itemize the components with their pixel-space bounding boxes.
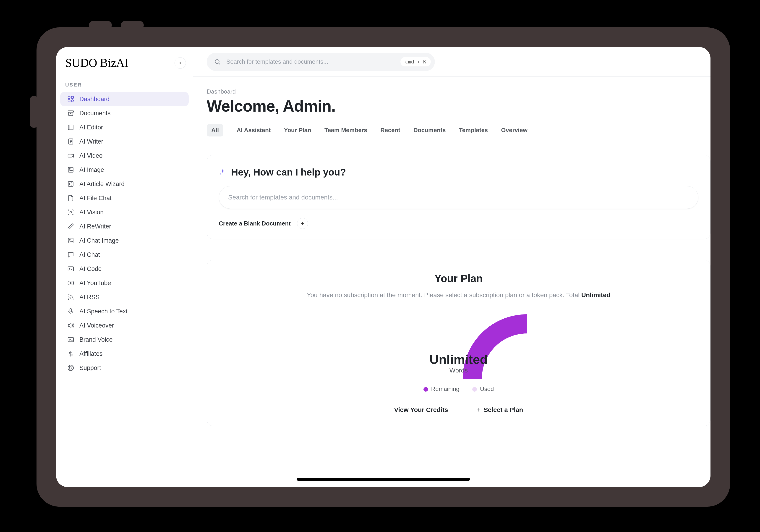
tab-overview[interactable]: Overview — [501, 124, 528, 136]
file-icon — [67, 194, 74, 202]
sidebar-item-label: AI RSS — [79, 294, 100, 301]
sidebar-item-ai-video[interactable]: AI Video — [60, 149, 189, 163]
rss-icon — [67, 294, 74, 301]
sidebar-item-ai-writer[interactable]: AI Writer — [60, 134, 189, 149]
sidebar-item-ai-chat[interactable]: AI Chat — [60, 248, 189, 262]
sidebar-item-label: Dashboard — [79, 96, 110, 103]
sidebar-item-ai-speech-to-text[interactable]: AI Speech to Text — [60, 304, 189, 318]
dollar-icon — [67, 350, 74, 358]
plan-subtext: You have no subscription at the moment. … — [225, 291, 692, 299]
sidebar-item-label: AI Speech to Text — [79, 308, 127, 315]
image-icon — [67, 237, 74, 244]
svg-rect-26 — [68, 281, 73, 285]
sidebar-item-ai-article-wizard[interactable]: AI Article Wizard — [60, 177, 189, 191]
legend-dot-remaining — [423, 387, 428, 392]
legend-dot-used — [472, 387, 477, 392]
tab-ai-assistant[interactable]: AI Assistant — [237, 124, 270, 136]
article-icon — [67, 180, 74, 188]
sidebar-item-ai-file-chat[interactable]: AI File Chat — [60, 191, 189, 205]
dashboard-icon — [67, 95, 74, 103]
sidebar-item-label: AI YouTube — [79, 280, 111, 287]
sidebar-item-ai-chat-image[interactable]: AI Chat Image — [60, 233, 189, 248]
collapse-sidebar-button[interactable] — [174, 57, 186, 69]
layout-icon — [67, 124, 74, 131]
scan-icon — [67, 209, 74, 216]
view-credits-link[interactable]: View Your Credits — [394, 406, 448, 413]
sidebar-item-label: Brand Voice — [79, 336, 113, 343]
sidebar-item-ai-voiceover[interactable]: AI Voiceover — [60, 318, 189, 332]
tab-your-plan[interactable]: Your Plan — [284, 124, 311, 136]
create-blank-button[interactable] — [297, 218, 308, 229]
sidebar-item-ai-rewriter[interactable]: AI ReWriter — [60, 219, 189, 233]
sidebar-item-ai-rss[interactable]: AI RSS — [60, 290, 189, 304]
gauge-unit: Words — [390, 367, 527, 374]
svg-point-28 — [68, 299, 69, 300]
sidebar-item-ai-vision[interactable]: AI Vision — [60, 205, 189, 219]
tab-all[interactable]: All — [207, 124, 223, 136]
device-button — [89, 21, 112, 29]
svg-rect-14 — [68, 167, 73, 172]
sidebar-item-label: AI Chat Image — [79, 237, 119, 244]
tab-documents[interactable]: Documents — [413, 124, 446, 136]
sidebar-item-label: AI Writer — [79, 138, 103, 145]
svg-line-43 — [219, 63, 220, 64]
tab-templates[interactable]: Templates — [459, 124, 488, 136]
plan-title: Your Plan — [225, 272, 692, 285]
assistant-heading: Hey, How can I help you? — [231, 167, 346, 178]
svg-rect-22 — [68, 238, 73, 243]
tab-team-members[interactable]: Team Members — [324, 124, 367, 136]
sidebar-item-label: AI Voiceover — [79, 322, 114, 329]
brand-logo: SUDO BizAI — [65, 56, 128, 70]
sidebar-item-label: Support — [79, 364, 101, 371]
plus-icon — [475, 407, 481, 412]
sidebar-item-label: AI Chat — [79, 251, 100, 258]
sidebar-item-ai-code[interactable]: AI Code — [60, 262, 189, 276]
image-icon — [67, 166, 74, 173]
pen-icon — [67, 223, 74, 230]
svg-point-3 — [71, 100, 73, 102]
svg-rect-24 — [68, 267, 73, 271]
archive-icon — [67, 110, 74, 117]
tab-recent[interactable]: Recent — [380, 124, 400, 136]
svg-rect-4 — [68, 111, 73, 112]
sidebar-item-documents[interactable]: Documents — [60, 106, 189, 120]
sidebar-item-ai-image[interactable]: AI Image — [60, 163, 189, 177]
assistant-card: Hey, How can I help you? Create a Blank … — [207, 155, 710, 239]
global-search[interactable]: cmd + K — [207, 53, 435, 71]
sidebar-item-ai-youtube[interactable]: AI YouTube — [60, 276, 189, 290]
svg-point-42 — [215, 60, 219, 64]
sidebar-item-affiliates[interactable]: Affiliates — [60, 347, 189, 361]
select-plan-link[interactable]: Select a Plan — [475, 406, 523, 413]
assistant-search[interactable] — [219, 186, 698, 209]
sidebar-item-label: Affiliates — [79, 350, 103, 358]
sidebar-item-label: AI ReWriter — [79, 223, 111, 230]
gauge-legend: Remaining Used — [390, 385, 527, 393]
svg-line-39 — [71, 366, 73, 367]
main-pane: cmd + K Dashboard Welcome, Admin. All AI… — [193, 47, 710, 487]
svg-line-41 — [71, 369, 73, 370]
sidebar-item-label: AI Code — [79, 266, 102, 272]
sidebar: SUDO BizAI USER Dashboard Documents AI E… — [56, 47, 193, 487]
svg-point-21 — [70, 211, 71, 213]
svg-line-40 — [69, 369, 70, 370]
svg-point-15 — [70, 169, 70, 169]
svg-rect-0 — [68, 96, 70, 98]
app-window: SUDO BizAI USER Dashboard Documents AI E… — [56, 47, 710, 487]
play-rect-icon — [67, 279, 74, 287]
search-icon — [214, 58, 221, 65]
search-input[interactable] — [226, 58, 395, 65]
svg-marker-27 — [71, 282, 71, 283]
chat-icon — [67, 251, 74, 258]
lifebuoy-icon — [67, 364, 74, 371]
sidebar-item-brand-voice[interactable]: Brand Voice — [60, 332, 189, 347]
plan-card: Your Plan You have no subscription at th… — [207, 260, 710, 426]
sidebar-item-ai-editor[interactable]: AI Editor — [60, 120, 189, 134]
svg-rect-6 — [68, 125, 73, 130]
svg-rect-31 — [68, 338, 73, 342]
content-area: Dashboard Welcome, Admin. All AI Assista… — [193, 77, 710, 487]
home-indicator[interactable] — [297, 478, 470, 481]
assistant-search-input[interactable] — [228, 194, 689, 201]
sidebar-item-support[interactable]: Support — [60, 361, 189, 375]
sidebar-item-dashboard[interactable]: Dashboard — [60, 92, 189, 106]
plus-icon — [300, 221, 305, 226]
